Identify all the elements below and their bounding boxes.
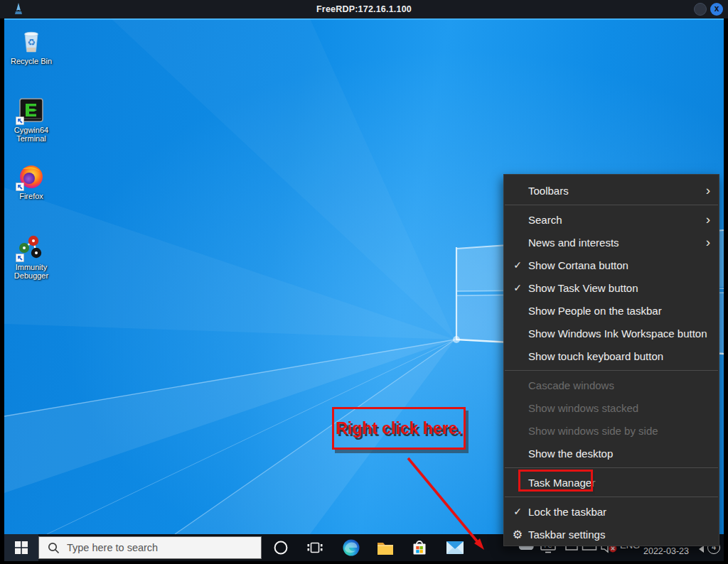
microsoft-store-button[interactable] [405,534,434,561]
desktop-icon-recycle-bin[interactable]: ♻ Recycle Bin [6,27,57,66]
menu-item-label: Show People on the taskbar [528,305,662,317]
menu-item-show-windows-side-by-side: Show windows side by side [504,419,719,442]
menu-item-label: Show touch keyboard button [528,350,663,362]
menu-item-label: Show windows side by side [528,425,658,437]
desktop-icon-label: Recycle Bin [6,58,57,66]
menu-item-label: Lock the taskbar [528,506,606,518]
action-center-icon [699,546,704,553]
edge-button[interactable] [337,534,365,561]
desktop-icon-label: Cygwin64 Terminal [6,126,57,143]
annotation-task-manager-highlight [518,470,593,492]
search-input[interactable] [67,542,245,553]
menu-item-cascade-windows: Cascade windows [504,374,719,396]
shortcut-arrow-icon [16,254,24,262]
menu-item-news-and-interests[interactable]: News and interests › [504,231,719,254]
cortana-icon [273,540,289,555]
menu-item-label: Taskbar settings [528,528,605,541]
submenu-arrow-icon: › [706,239,710,246]
desktop-icon-label: Firefox [6,192,57,201]
microsoft-store-icon [410,538,429,557]
menu-item-label: Show the desktop [528,448,613,460]
task-view-button[interactable] [301,534,329,561]
minimize-button[interactable] [694,3,707,16]
file-explorer-icon [376,538,395,557]
desktop-icon-immunity-debugger[interactable]: Immunity Debugger [6,233,57,280]
search-icon [48,542,60,554]
menu-separator [505,370,718,371]
window-title: FreeRDP:172.16.1.100 [0,4,728,14]
annotation-callout-text: Right click here. [336,419,462,438]
freerdp-window: FreeRDP:172.16.1.100 x [0,0,728,564]
menu-item-show-people[interactable]: Show People on the taskbar [504,299,719,322]
menu-item-label: News and interests [528,237,619,249]
menu-item-show-windows-stacked: Show windows stacked [504,396,719,419]
desktop-icon-firefox[interactable]: Firefox [6,162,57,201]
file-explorer-button[interactable] [371,534,400,561]
annotation-callout-box: Right click here. [332,407,466,450]
checkmark-icon: ✓ [510,506,525,517]
mail-icon [446,540,464,555]
start-button[interactable] [4,534,38,561]
menu-item-show-cortana-button[interactable]: ✓ Show Cortana button [504,254,719,276]
cortana-button[interactable] [267,534,295,561]
mail-button[interactable] [441,534,469,561]
menu-separator [505,467,718,468]
taskbar-search[interactable] [38,536,262,559]
shortcut-arrow-icon [16,183,24,191]
edge-icon [342,538,360,557]
desktop-icon-label: Immunity Debugger [6,264,57,280]
menu-item-show-the-desktop[interactable]: Show the desktop [504,442,719,465]
menu-item-show-task-view-button[interactable]: ✓ Show Task View button [504,276,719,299]
menu-item-search[interactable]: Search › [504,208,719,231]
checkmark-icon: ✓ [510,282,525,293]
clock-date[interactable]: 2022-03-23 [641,546,691,556]
windows-logo-icon [15,541,28,554]
menu-item-label: Show Windows Ink Workspace button [528,327,707,340]
close-button[interactable]: x [710,3,723,16]
menu-item-taskbar-settings[interactable]: ⚙ Taskbar settings [504,523,719,546]
gear-icon: ⚙ [510,528,525,541]
menu-item-lock-the-taskbar[interactable]: ✓ Lock the taskbar [504,500,719,523]
menu-item-label: Show Cortana button [528,259,628,271]
menu-item-show-touch-keyboard[interactable]: Show touch keyboard button [504,345,719,367]
desktop-icon-cygwin64-terminal[interactable]: Cygwin64 Terminal [6,96,57,143]
svg-text:♻: ♻ [27,37,36,48]
submenu-arrow-icon: › [706,216,710,223]
shortcut-arrow-icon [16,116,24,125]
checkmark-icon: ✓ [510,259,525,271]
menu-item-label: Show Task View button [528,282,638,294]
menu-item-show-ink-workspace[interactable]: Show Windows Ink Workspace button [504,322,719,345]
menu-separator [505,205,718,205]
window-titlebar: FreeRDP:172.16.1.100 x [0,0,728,18]
menu-item-label: Show windows stacked [528,402,638,414]
menu-item-label: Search [528,214,562,226]
menu-item-label: Cascade windows [528,379,614,391]
menu-item-toolbars[interactable]: Toolbars › [504,179,719,202]
submenu-arrow-icon: › [706,187,710,194]
menu-item-label: Toolbars [528,185,569,197]
recycle-bin-icon: ♻ [17,27,46,55]
task-view-icon [306,539,323,556]
menu-separator [505,497,718,497]
